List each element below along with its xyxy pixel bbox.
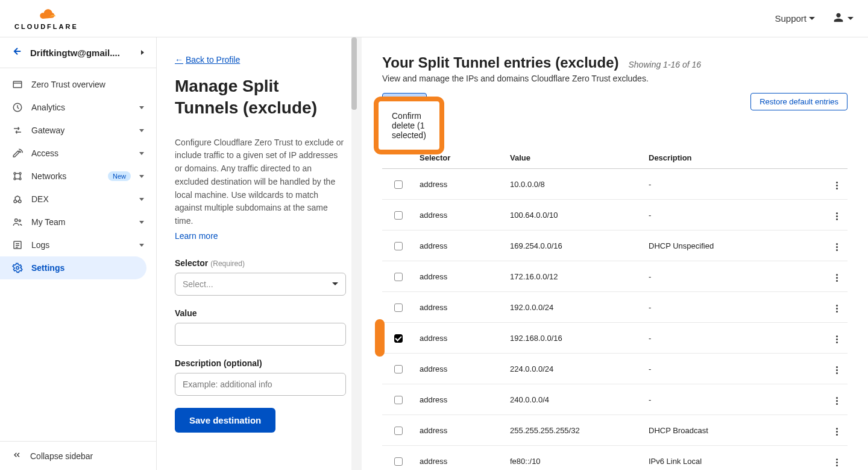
caret-down-icon bbox=[139, 198, 144, 201]
selector-dropdown[interactable]: Select... bbox=[175, 273, 346, 296]
back-to-profile-link[interactable]: ← Back to Profile bbox=[175, 55, 240, 65]
description-label: Description (optional) bbox=[175, 358, 262, 368]
row-checkbox[interactable] bbox=[394, 211, 403, 220]
sidebar-item-networks[interactable]: NetworksNew bbox=[0, 165, 156, 188]
row-checkbox[interactable] bbox=[394, 457, 403, 466]
nav-list: Zero Trust overviewAnalyticsGatewayAcces… bbox=[0, 68, 156, 441]
row-description: - bbox=[644, 354, 826, 384]
sidebar-item-access[interactable]: Access bbox=[0, 142, 156, 165]
sidebar-item-zero-trust-overview[interactable]: Zero Trust overview bbox=[0, 73, 156, 96]
save-destination-button[interactable]: Save destination bbox=[175, 408, 275, 433]
left-panel: ← Back to Profile Manage Split Tunnels (… bbox=[157, 37, 362, 470]
svg-point-5 bbox=[19, 178, 21, 180]
column-actions bbox=[826, 147, 848, 169]
nav-icon bbox=[12, 125, 23, 136]
row-description: DHCP Broadcast bbox=[644, 415, 826, 446]
sidebar-item-gateway[interactable]: Gateway bbox=[0, 119, 156, 142]
row-checkbox[interactable] bbox=[394, 427, 403, 435]
svg-point-7 bbox=[19, 200, 22, 203]
more-actions-icon[interactable] bbox=[834, 395, 840, 407]
row-value: fe80::/10 bbox=[505, 446, 644, 471]
sidebar-item-settings[interactable]: Settings bbox=[0, 256, 146, 279]
row-value: 224.0.0.0/24 bbox=[505, 354, 644, 384]
more-actions-icon[interactable] bbox=[834, 272, 840, 284]
row-checkbox[interactable] bbox=[394, 242, 403, 250]
split-tunnel-table: Selector Value Description address10.0.0… bbox=[382, 147, 848, 470]
collapse-sidebar-button[interactable]: Collapse sidebar bbox=[0, 441, 156, 470]
sidebar-item-logs[interactable]: Logs bbox=[0, 233, 156, 256]
row-checkbox[interactable] bbox=[394, 180, 403, 189]
support-dropdown[interactable]: Support bbox=[775, 13, 815, 24]
row-checkbox[interactable] bbox=[394, 365, 403, 373]
nav-label: Access bbox=[31, 148, 131, 158]
cloudflare-cloud-icon bbox=[32, 7, 61, 22]
row-value: 240.0.0.0/4 bbox=[505, 384, 644, 415]
row-value: 169.254.0.0/16 bbox=[505, 230, 644, 261]
more-actions-icon[interactable] bbox=[834, 333, 840, 346]
caret-down-icon bbox=[139, 152, 144, 155]
row-description: DHCP Unspecified bbox=[644, 230, 826, 261]
table-subtitle: View and manage the IPs and domains Clou… bbox=[382, 74, 848, 83]
collapse-label: Collapse sidebar bbox=[30, 451, 93, 461]
learn-more-link[interactable]: Learn more bbox=[175, 231, 218, 241]
table-body: address10.0.0.0/8-address100.64.0.0/10-a… bbox=[382, 169, 848, 471]
collapse-icon bbox=[12, 450, 22, 462]
brand-logo[interactable]: CLOUDFLARE bbox=[14, 7, 78, 30]
more-actions-icon[interactable] bbox=[834, 241, 840, 253]
description-input[interactable] bbox=[175, 373, 346, 396]
value-input[interactable] bbox=[175, 323, 346, 346]
sidebar-item-my-team[interactable]: My Team bbox=[0, 211, 156, 233]
table-row: addressfe80::/10IPv6 Link Local bbox=[382, 446, 848, 471]
nav-icon bbox=[12, 217, 23, 227]
table-row: address224.0.0.0/24- bbox=[382, 354, 848, 384]
caret-down-icon bbox=[139, 129, 144, 132]
row-selector: address bbox=[415, 354, 505, 384]
caret-down-icon bbox=[809, 17, 815, 20]
table-row: address169.254.0.0/16DHCP Unspecified bbox=[382, 230, 848, 261]
row-checkbox[interactable] bbox=[394, 396, 403, 404]
row-selector: address bbox=[415, 169, 505, 200]
row-checkbox[interactable] bbox=[394, 334, 403, 343]
row-description: - bbox=[644, 200, 826, 230]
more-actions-icon[interactable] bbox=[834, 210, 840, 223]
more-actions-icon[interactable] bbox=[834, 456, 840, 469]
nav-label: Analytics bbox=[31, 103, 131, 112]
sidebar-item-dex[interactable]: DEX bbox=[0, 188, 156, 211]
row-value: 192.0.0.0/24 bbox=[505, 292, 644, 323]
nav-label: DEX bbox=[31, 194, 131, 204]
account-switcher[interactable]: Driftkingtw@gmail.... bbox=[0, 37, 156, 68]
restore-defaults-button[interactable]: Restore default entries bbox=[750, 93, 848, 110]
row-value: 192.168.0.0/16 bbox=[505, 323, 644, 354]
row-checkbox[interactable] bbox=[394, 303, 403, 312]
caret-down-icon bbox=[332, 282, 338, 285]
more-actions-icon[interactable] bbox=[834, 179, 840, 192]
table-row: address255.255.255.255/32DHCP Broadcast bbox=[382, 415, 848, 446]
row-selector: address bbox=[415, 415, 505, 446]
nav-icon bbox=[12, 194, 23, 205]
arrow-left-icon: ← bbox=[175, 55, 183, 65]
selector-label: Selector(Required) bbox=[175, 258, 245, 268]
row-selector: address bbox=[415, 446, 505, 471]
row-value: 255.255.255.255/32 bbox=[505, 415, 644, 446]
more-actions-icon[interactable] bbox=[834, 364, 840, 376]
row-checkbox[interactable] bbox=[394, 273, 403, 281]
table-row: address172.16.0.0/12- bbox=[382, 261, 848, 292]
nav-icon bbox=[12, 262, 23, 273]
nav-icon bbox=[12, 148, 23, 159]
caret-down-icon bbox=[139, 175, 144, 178]
sidebar-item-analytics[interactable]: Analytics bbox=[0, 96, 156, 119]
more-actions-icon[interactable] bbox=[834, 302, 840, 315]
row-description: - bbox=[644, 169, 826, 200]
confirm-delete-menu-item[interactable]: Confirm delete (1 selected) bbox=[374, 97, 444, 154]
left-panel-scrollbar[interactable] bbox=[351, 37, 357, 470]
column-description: Description bbox=[644, 147, 826, 169]
highlight-border bbox=[375, 319, 385, 357]
row-value: 172.16.0.0/12 bbox=[505, 261, 644, 292]
user-menu[interactable] bbox=[832, 11, 854, 27]
row-description: IPv6 Link Local bbox=[644, 446, 826, 471]
scrollbar-thumb[interactable] bbox=[351, 37, 357, 110]
svg-point-9 bbox=[19, 220, 20, 221]
nav-label: Networks bbox=[31, 171, 99, 181]
row-selector: address bbox=[415, 200, 505, 230]
more-actions-icon[interactable] bbox=[834, 425, 840, 438]
